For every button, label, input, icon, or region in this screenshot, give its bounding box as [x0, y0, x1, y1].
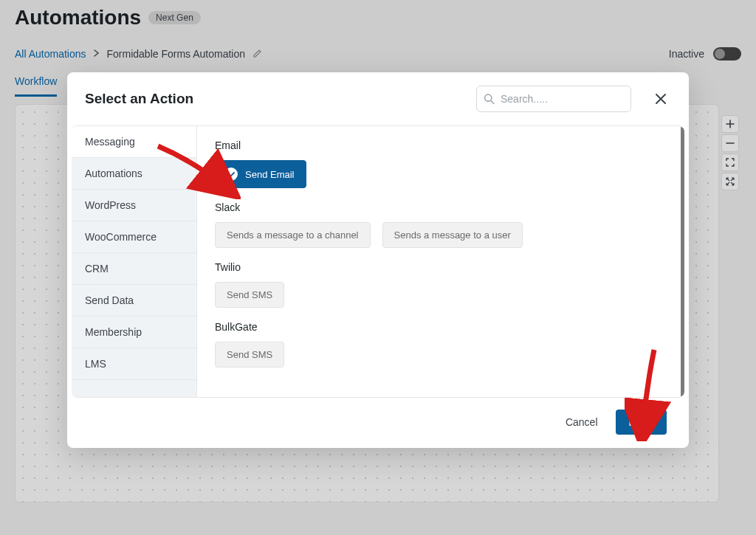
- group-slack-label: Slack: [215, 201, 667, 213]
- group-twilio-label: Twilio: [215, 261, 667, 273]
- group-email-label: Email: [215, 139, 667, 151]
- category-crm[interactable]: CRM: [72, 253, 196, 285]
- check-icon: [224, 168, 238, 181]
- close-button[interactable]: [650, 89, 671, 109]
- action-send-email[interactable]: Send Email: [215, 160, 306, 188]
- svg-point-0: [485, 94, 492, 101]
- cancel-button[interactable]: Cancel: [566, 416, 598, 428]
- category-send-data[interactable]: Send Data: [72, 285, 196, 317]
- category-lms[interactable]: LMS: [72, 348, 196, 380]
- done-button[interactable]: Done: [616, 410, 667, 435]
- action-send-email-label: Send Email: [245, 169, 294, 180]
- group-bulkgate-label: BulkGate: [215, 321, 667, 333]
- modal-title: Select an Action: [85, 91, 464, 107]
- select-action-modal: Select an Action Messaging Automations W…: [67, 72, 689, 448]
- category-messaging[interactable]: Messaging: [72, 126, 196, 158]
- category-list: Messaging Automations WordPress WooComme…: [72, 126, 197, 397]
- action-twilio-sms[interactable]: Send SMS: [215, 282, 284, 308]
- action-slack-channel[interactable]: Sends a message to a channel: [215, 222, 371, 248]
- category-wordpress[interactable]: WordPress: [72, 190, 196, 221]
- search-input[interactable]: [476, 86, 631, 112]
- category-woocommerce[interactable]: WooCommerce: [72, 221, 196, 253]
- search-icon: [484, 94, 495, 105]
- action-slack-user[interactable]: Sends a message to a user: [382, 222, 523, 248]
- category-membership[interactable]: Membership: [72, 317, 196, 348]
- category-automations[interactable]: Automations: [72, 158, 196, 190]
- modal-overlay: Select an Action Messaging Automations W…: [0, 0, 756, 535]
- action-bulkgate-sms[interactable]: Send SMS: [215, 342, 284, 367]
- close-icon: [655, 93, 667, 105]
